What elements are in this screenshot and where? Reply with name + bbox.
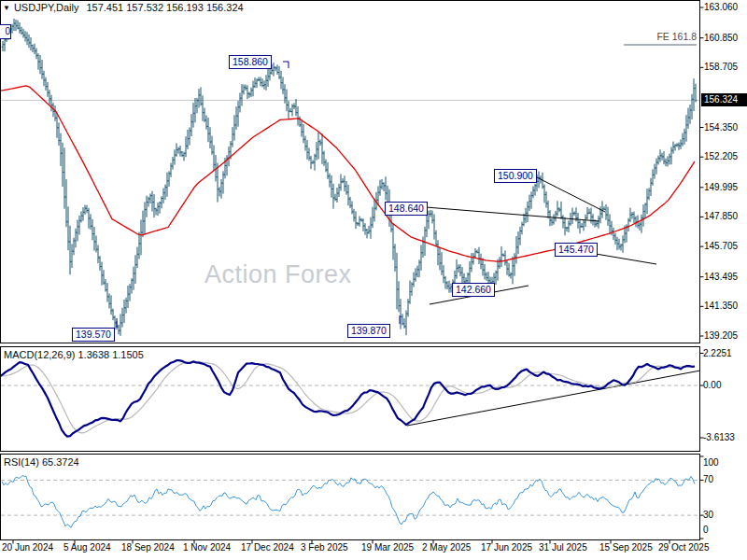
chart-window: ▼USDJPY,Daily157.451 157.532 156.193 156… — [0, 0, 747, 560]
price-axis-tick-label: 152.205 — [704, 151, 738, 161]
symbol-title: USDJPY,Daily — [14, 2, 79, 13]
rsi-axis-tick-label: 100 — [703, 457, 719, 468]
macd-indicator-label: MACD(12,26,9) 1.3638 1.1505 — [4, 349, 144, 360]
price-axis-tick-label: 145.705 — [704, 241, 738, 251]
date-axis-label: 5 Aug 2024 — [63, 542, 111, 553]
price-annotation-150.900: 150.900 — [494, 169, 537, 183]
rsi-indicator-label: RSI(14) 65.3724 — [4, 456, 79, 468]
price-axis-tick-label: 160.850 — [704, 33, 738, 43]
price-axis-tick-label: 143.495 — [704, 272, 738, 282]
price-axis-tick-label: 163.060 — [704, 2, 738, 12]
price-axis-tick-label: 154.350 — [704, 122, 738, 133]
date-axis-label: 18 Sep 2024 — [121, 542, 175, 553]
date-axis-label: 19 Mar 2025 — [361, 542, 414, 553]
price-annotation-158.860: 158.860 — [229, 55, 272, 69]
symbol-dropdown-icon[interactable]: ▼ — [3, 4, 10, 12]
fibonacci-extension-label: FE 161.8 — [598, 31, 697, 42]
current-price-badge: 156.324 — [701, 93, 747, 106]
rsi-axis-tick-label: 70 — [703, 474, 713, 484]
price-axis-tick-label: 158.705 — [704, 62, 738, 72]
date-axis-label: 17 Jun 2025 — [481, 542, 532, 553]
date-axis-label: 1 Nov 2024 — [183, 542, 231, 553]
date-axis-label: 15 Sep 2025 — [599, 542, 653, 553]
chart-canvas[interactable] — [0, 0, 747, 560]
macd-axis-tick-label: 0.00 — [703, 380, 721, 390]
macd-axis-tick-label: 2.2251 — [703, 348, 732, 358]
date-axis-label: 2 May 2025 — [422, 542, 471, 553]
price-annotation-145.470: 145.470 — [555, 243, 598, 257]
date-axis-label: 31 Jul 2025 — [539, 542, 587, 553]
date-axis-label: 17 Dec 2024 — [241, 542, 294, 553]
macd-axis-tick-label: -3.6133 — [703, 432, 735, 442]
watermark: Action Forex — [204, 260, 352, 289]
price-annotation-139.870: 139.870 — [347, 324, 390, 338]
price-axis-tick-label: 149.995 — [704, 182, 738, 192]
rsi-axis-tick-label: 0 — [703, 525, 709, 535]
price-axis-tick-label: 147.850 — [704, 211, 738, 221]
price-axis-tick-label: 139.205 — [704, 330, 738, 341]
date-axis-label: 29 Oct 2025 — [658, 542, 709, 553]
date-axis-label: 3 Feb 2025 — [301, 542, 348, 553]
rsi-axis-tick-label: 30 — [703, 510, 713, 520]
price-axis-tick-label: 141.350 — [704, 301, 738, 311]
clipped-price-label: 0 — [0, 24, 11, 39]
price-annotation-139.570: 139.570 — [72, 328, 115, 342]
ohlc-readout: 157.451 157.532 156.193 156.324 — [86, 2, 243, 13]
price-annotation-148.640: 148.640 — [385, 202, 428, 216]
date-axis-label: 20 Jun 2024 — [2, 542, 53, 553]
chart-title-bar: ▼USDJPY,Daily157.451 157.532 156.193 156… — [3, 2, 244, 13]
price-annotation-142.660: 142.660 — [452, 283, 495, 297]
